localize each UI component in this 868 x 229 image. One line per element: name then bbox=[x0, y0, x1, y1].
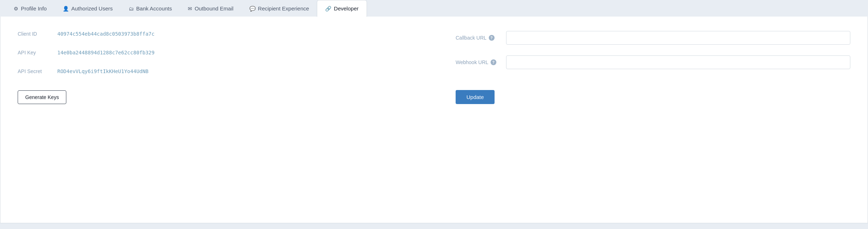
actions-row: Generate Keys Update bbox=[18, 90, 850, 104]
api-key-row: API Key 14e0ba2448894d1288c7e62cc80fb329 bbox=[18, 50, 412, 55]
webhook-url-help-icon[interactable]: ? bbox=[491, 59, 496, 65]
api-key-value: 14e0ba2448894d1288c7e62cc80fb329 bbox=[57, 50, 155, 55]
tab-recipient-experience-label: Recipient Experience bbox=[258, 5, 309, 12]
left-actions: Generate Keys bbox=[18, 90, 434, 104]
api-key-label: API Key bbox=[18, 50, 57, 55]
content-area: Client ID 40974c554eb44cad8c0503973b8ffa… bbox=[0, 17, 868, 223]
tab-profile-info[interactable]: ⚙ Profile Info bbox=[6, 0, 55, 17]
generate-keys-button[interactable]: Generate Keys bbox=[18, 90, 66, 104]
callback-url-help-icon[interactable]: ? bbox=[489, 35, 495, 41]
tab-developer-label: Developer bbox=[334, 5, 358, 12]
tab-profile-info-label: Profile Info bbox=[21, 5, 47, 12]
right-actions: Update bbox=[434, 90, 850, 104]
content-grid: Client ID 40974c554eb44cad8c0503973b8ffa… bbox=[18, 31, 850, 87]
client-id-value: 40974c554eb44cad8c0503973b8ffa7c bbox=[57, 31, 155, 37]
tab-bank-accounts-label: Bank Accounts bbox=[136, 5, 172, 12]
callback-url-row: Callback URL ? bbox=[456, 31, 850, 45]
client-id-label: Client ID bbox=[18, 31, 57, 37]
api-secret-label: API Secret bbox=[18, 68, 57, 74]
chat-icon: 💬 bbox=[249, 6, 256, 12]
api-secret-value: ROD4evVLqy6i9ftIkKHeU1Yo44UdNB bbox=[57, 68, 149, 74]
bank-icon: 🗂 bbox=[129, 6, 134, 12]
tab-authorized-users-label: Authorized Users bbox=[71, 5, 113, 12]
developer-icon: 🔗 bbox=[325, 6, 331, 12]
tab-recipient-experience[interactable]: 💬 Recipient Experience bbox=[242, 0, 317, 17]
tab-outbound-email[interactable]: ✉ Outbound Email bbox=[180, 0, 242, 17]
tab-outbound-email-label: Outbound Email bbox=[195, 5, 234, 12]
webhook-url-input[interactable] bbox=[506, 55, 850, 69]
update-button[interactable]: Update bbox=[456, 90, 495, 104]
callback-url-input[interactable] bbox=[506, 31, 850, 45]
webhook-url-row: Webhook URL ? bbox=[456, 55, 850, 69]
right-section: Callback URL ? Webhook URL ? bbox=[434, 31, 850, 87]
gear-icon: ⚙ bbox=[14, 6, 18, 12]
api-secret-row: API Secret ROD4evVLqy6i9ftIkKHeU1Yo44UdN… bbox=[18, 68, 412, 74]
webhook-url-label: Webhook URL ? bbox=[456, 59, 506, 65]
callback-url-label: Callback URL ? bbox=[456, 35, 506, 41]
tab-authorized-users[interactable]: 👤 Authorized Users bbox=[55, 0, 121, 17]
email-icon: ✉ bbox=[188, 6, 192, 12]
left-section: Client ID 40974c554eb44cad8c0503973b8ffa… bbox=[18, 31, 434, 87]
tabs-container: ⚙ Profile Info 👤 Authorized Users 🗂 Bank… bbox=[0, 0, 868, 17]
tab-developer[interactable]: 🔗 Developer bbox=[317, 0, 367, 17]
tab-bank-accounts[interactable]: 🗂 Bank Accounts bbox=[121, 0, 180, 17]
client-id-row: Client ID 40974c554eb44cad8c0503973b8ffa… bbox=[18, 31, 412, 37]
user-icon: 👤 bbox=[63, 6, 69, 12]
